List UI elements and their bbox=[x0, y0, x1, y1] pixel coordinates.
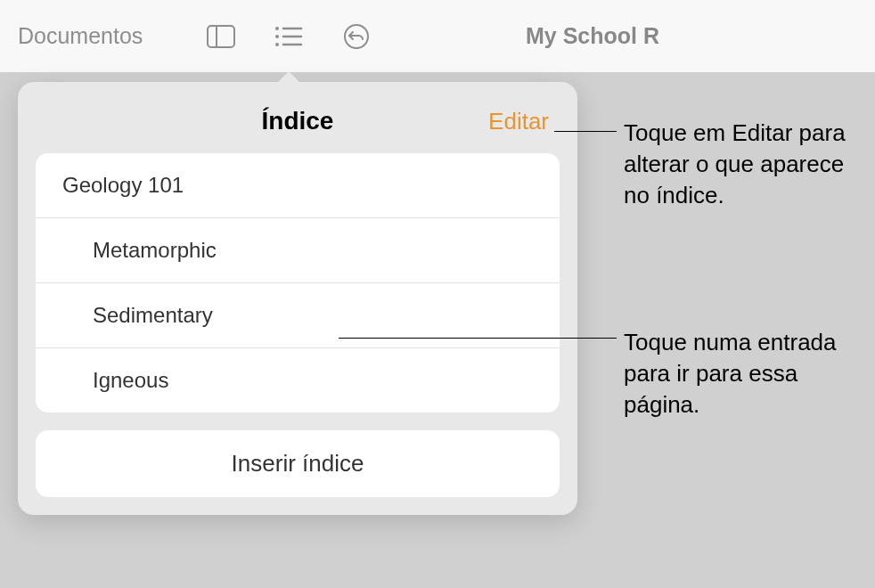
callout-line bbox=[339, 338, 617, 339]
document-title: My School R bbox=[526, 23, 659, 49]
svg-rect-0 bbox=[208, 26, 234, 47]
content-area: Índice Editar Geology 101 Metamorphic Se… bbox=[0, 73, 875, 588]
toc-entry[interactable]: Sedimentary bbox=[36, 283, 560, 348]
toc-entry[interactable]: Metamorphic bbox=[36, 218, 560, 283]
toolbar-left: Documentos bbox=[18, 20, 372, 53]
svg-point-4 bbox=[275, 35, 279, 38]
sidebar-toggle-icon[interactable] bbox=[205, 20, 237, 53]
toc-entry[interactable]: Igneous bbox=[36, 348, 560, 412]
toc-popover: Índice Editar Geology 101 Metamorphic Se… bbox=[18, 82, 577, 515]
popover-title: Índice bbox=[262, 107, 334, 135]
toolbar: Documentos bbox=[0, 0, 875, 73]
callout-edit: Toque em Editar para alterar o que apare… bbox=[624, 118, 864, 211]
svg-point-2 bbox=[275, 27, 279, 30]
svg-point-6 bbox=[275, 43, 279, 46]
toc-entry[interactable]: Geology 101 bbox=[36, 153, 560, 218]
toolbar-icons bbox=[205, 20, 372, 53]
toc-list: Geology 101 Metamorphic Sedimentary Igne… bbox=[36, 153, 560, 412]
list-icon[interactable] bbox=[273, 20, 305, 53]
undo-icon[interactable] bbox=[340, 20, 372, 53]
insert-toc-button[interactable]: Inserir índice bbox=[36, 430, 560, 497]
callout-entry: Toque numa entrada para ir para essa pág… bbox=[624, 327, 864, 421]
callout-line bbox=[554, 131, 617, 132]
documents-button[interactable]: Documentos bbox=[18, 23, 143, 49]
edit-button[interactable]: Editar bbox=[488, 108, 549, 135]
popover-header: Índice Editar bbox=[36, 100, 560, 135]
